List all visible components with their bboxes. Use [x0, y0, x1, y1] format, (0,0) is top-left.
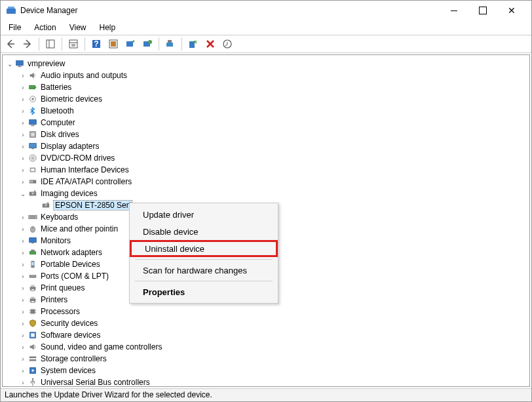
scan-hardware-button[interactable] — [123, 37, 138, 51]
tree-category[interactable]: ›IDE ATA/ATAPI controllers — [3, 176, 529, 188]
context-menu-item[interactable]: Uninstall device — [130, 240, 278, 257]
svg-rect-21 — [29, 85, 35, 89]
svg-rect-36 — [30, 180, 31, 183]
svg-rect-20 — [18, 66, 21, 68]
properties-button[interactable] — [66, 37, 81, 51]
printer-icon — [28, 294, 38, 305]
tree-category-label: Ports (COM & LPT) — [41, 271, 109, 281]
tree-category-label: Display adapters — [41, 142, 99, 151]
context-menu-item[interactable]: Disable device — [130, 223, 278, 240]
svg-rect-71 — [31, 333, 34, 336]
tree-category-label: Universal Serial Bus controllers — [41, 378, 150, 387]
imaging-icon — [28, 188, 38, 199]
action-button-2[interactable] — [220, 37, 235, 51]
tree-category[interactable]: ›Security devices — [3, 317, 529, 329]
svg-rect-73 — [29, 359, 37, 361]
help-button[interactable]: ? — [89, 37, 104, 51]
svg-point-32 — [32, 157, 34, 159]
tree-category-label: Printers — [41, 295, 67, 304]
show-hide-tree-button[interactable] — [43, 37, 58, 51]
svg-text:?: ? — [94, 39, 98, 49]
tree-category[interactable]: ›System devices — [3, 365, 529, 376]
minimize-button[interactable] — [440, 1, 468, 20]
mouse-icon — [28, 224, 38, 234]
svg-rect-40 — [34, 191, 36, 192]
display-icon — [28, 141, 38, 151]
sound-icon — [28, 342, 38, 352]
context-menu-separator — [135, 259, 273, 260]
port-icon — [28, 271, 38, 281]
action-button-1[interactable] — [106, 37, 121, 51]
tree-category[interactable]: ›DVD/CD-ROM drives — [3, 152, 529, 164]
forward-button[interactable] — [20, 37, 35, 51]
svg-rect-15 — [166, 43, 173, 47]
toolbar: ? — [1, 35, 531, 53]
tree-category[interactable]: ›Storage controllers — [3, 353, 529, 365]
menu-file[interactable]: File — [3, 22, 26, 33]
hid-icon — [28, 165, 38, 175]
svg-point-58 — [34, 275, 35, 277]
svg-point-42 — [45, 204, 47, 207]
svg-rect-4 — [69, 40, 77, 48]
tree-category-label: DVD/CD-ROM drives — [41, 153, 115, 163]
tree-category[interactable]: ⌄Imaging devices — [3, 188, 529, 199]
tree-category[interactable]: ›Audio inputs and outputs — [3, 70, 529, 81]
portable-icon — [28, 259, 38, 270]
tree-category[interactable]: ›Display adapters — [3, 140, 529, 152]
tree-category-label: Portable Devices — [41, 260, 100, 269]
tree-category[interactable]: ›Batteries — [3, 81, 529, 93]
context-menu-item[interactable]: Properties — [130, 283, 278, 300]
tree-category-label: Computer — [41, 118, 75, 127]
software-icon — [28, 330, 38, 340]
svg-point-24 — [31, 98, 34, 100]
disable-device-button[interactable] — [186, 37, 200, 51]
tree-category-label: Sound, video and game controllers — [41, 342, 162, 352]
status-bar: Launches the Update Driver Wizard for th… — [1, 388, 531, 401]
context-menu-item[interactable]: Update driver — [130, 206, 278, 223]
tree-category-label: Imaging devices — [41, 189, 98, 198]
tree-category[interactable]: ›Software devices — [3, 329, 529, 341]
cpu-icon — [28, 306, 38, 317]
update-driver-button[interactable] — [140, 37, 155, 51]
storage-icon — [28, 353, 38, 364]
svg-point-75 — [31, 369, 34, 372]
svg-point-39 — [31, 192, 34, 195]
tree-category[interactable]: ›Disk drives — [3, 129, 529, 140]
enable-device-button[interactable] — [163, 37, 178, 51]
svg-rect-0 — [7, 9, 16, 14]
tree-category[interactable]: ›Universal Serial Bus controllers — [3, 376, 529, 387]
tree-category-label: Monitors — [41, 236, 71, 245]
tree-category-label: Audio inputs and outputs — [41, 71, 127, 80]
svg-rect-43 — [47, 203, 49, 204]
tree-category[interactable]: ›Computer — [3, 117, 529, 129]
tree-category[interactable]: ›Bluetooth — [3, 105, 529, 117]
menu-action[interactable]: Action — [29, 22, 61, 33]
tree-category-label: Human Interface Devices — [41, 165, 129, 174]
svg-rect-1 — [8, 7, 14, 9]
menu-view[interactable]: View — [64, 22, 92, 33]
svg-rect-37 — [31, 180, 33, 183]
tree-root[interactable]: ⌄vmpreview — [3, 58, 529, 70]
svg-rect-63 — [31, 297, 34, 299]
network-icon — [28, 247, 38, 258]
tree-category[interactable]: ›Biometric devices — [3, 93, 529, 105]
tree-category-label: Biometric devices — [41, 94, 102, 104]
tree-device-label: EPSON ET-2850 Seri — [54, 201, 132, 210]
back-button[interactable] — [3, 37, 18, 51]
close-button[interactable]: ✕ — [497, 1, 526, 20]
uninstall-device-button[interactable] — [203, 37, 218, 51]
tree-category[interactable]: ›Human Interface Devices — [3, 164, 529, 176]
tree-category-label: System devices — [41, 366, 96, 375]
tree-category[interactable]: ›Sound, video and game controllers — [3, 341, 529, 353]
context-menu: Update driverDisable deviceUninstall dev… — [129, 203, 278, 304]
menu-help[interactable]: Help — [94, 22, 121, 33]
svg-rect-44 — [29, 215, 37, 218]
tree-category[interactable]: ›Processors — [3, 306, 529, 317]
computer-icon — [14, 58, 25, 69]
maximize-button[interactable] — [468, 1, 497, 20]
svg-point-56 — [31, 275, 32, 277]
svg-rect-64 — [31, 301, 34, 303]
context-menu-item[interactable]: Scan for hardware changes — [130, 262, 278, 279]
svg-rect-12 — [126, 41, 133, 47]
tree-category-label: Mice and other pointin — [41, 224, 118, 233]
